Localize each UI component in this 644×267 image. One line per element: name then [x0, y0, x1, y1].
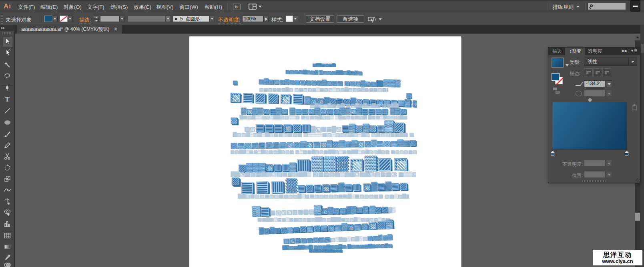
svg-text:T: T: [5, 96, 10, 103]
